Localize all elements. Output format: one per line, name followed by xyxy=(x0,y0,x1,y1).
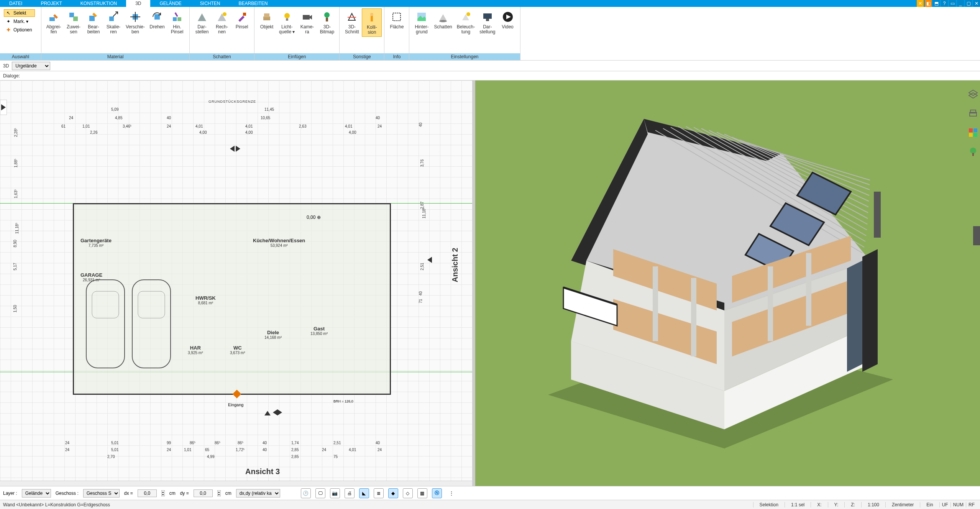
pinsel-button[interactable]: Pinsel xyxy=(232,8,252,31)
status-sel: 1:1 sel xyxy=(785,502,811,507)
kollision-button[interactable]: Kolli- sion xyxy=(362,8,382,37)
darstellen-label: Dar- stellen xyxy=(195,25,209,34)
camera-sm-icon[interactable]: 📷 xyxy=(330,488,340,498)
hintergrund-button[interactable]: Hinter- grund xyxy=(412,8,432,36)
grid-toggle[interactable]: ▦ xyxy=(417,488,427,498)
selekt-button[interactable]: ↖Selekt xyxy=(4,9,35,17)
lichtquelle-label: Licht- quelle ▾ xyxy=(279,25,295,34)
status-rf: RF xyxy=(966,502,977,507)
clock-icon[interactable]: 🕑 xyxy=(301,488,311,498)
view-mode-3[interactable]: ◆ xyxy=(388,488,398,498)
objekt-button[interactable]: Objekt xyxy=(257,8,277,31)
bitmap3d-button[interactable]: 3D- Bitmap xyxy=(317,8,337,36)
layers-icon[interactable] xyxy=(967,88,979,100)
optionen-button[interactable]: ✚Optionen xyxy=(4,26,35,34)
menu-datei[interactable]: DATEI xyxy=(0,0,31,7)
help-icon[interactable]: ? xyxy=(941,0,948,7)
tree-icon[interactable] xyxy=(967,146,979,158)
geschoss-combo[interactable]: Geschoss S xyxy=(83,489,120,498)
schatten2-button[interactable]: Schatten xyxy=(432,8,454,31)
skalieren-icon xyxy=(107,10,120,24)
dimension: 99 xyxy=(167,441,171,445)
plus-icon: ✚ xyxy=(7,27,12,33)
darstellen-button[interactable]: Dar- stellen xyxy=(192,8,212,36)
dx-spinner[interactable]: ▲▼ xyxy=(161,490,165,496)
view-3d-pane[interactable] xyxy=(475,80,980,486)
video-button[interactable]: Video xyxy=(498,8,518,31)
flaeche-button[interactable]: Fläche xyxy=(387,8,407,31)
mark-button[interactable]: ✦Mark. ▾ xyxy=(4,18,35,25)
flaeche-label: Fläche xyxy=(390,25,404,30)
dimension: 2,70 xyxy=(107,455,115,459)
room-gartengerte: Gartengeräte7,735 m² xyxy=(80,238,112,248)
section-marker-u xyxy=(264,411,271,415)
zuweisen-button[interactable]: Zuwei- sen xyxy=(64,8,84,36)
dy-input[interactable] xyxy=(194,489,213,497)
dimension: 24 xyxy=(167,448,171,452)
materials-icon[interactable] xyxy=(967,126,979,139)
abgreifen-button[interactable]: Abgrei- fen xyxy=(44,8,64,36)
kamera-button[interactable]: Kame- ra xyxy=(297,8,317,36)
dx-input[interactable] xyxy=(138,489,157,497)
dy-spinner[interactable]: ▲▼ xyxy=(217,490,221,496)
dimension: 24 xyxy=(65,448,69,452)
pane-splitter[interactable] xyxy=(472,80,475,486)
expand-left-tab[interactable] xyxy=(0,100,7,115)
scrollbar-2d[interactable] xyxy=(0,481,472,486)
view-mode-2[interactable]: ≣ xyxy=(374,488,384,498)
north-icon[interactable]: Ⓝ xyxy=(432,488,442,498)
close-button[interactable]: ✕ xyxy=(973,0,980,7)
hinpinsel-button[interactable]: Hin. Pinsel xyxy=(167,8,187,36)
side-panel-icons xyxy=(967,88,979,158)
print-icon[interactable]: 🖨 xyxy=(345,488,355,498)
tool-icon-4[interactable]: ▭ xyxy=(949,0,956,7)
cm-label-2: cm xyxy=(225,491,231,496)
more-icon[interactable]: ⋮ xyxy=(446,488,456,498)
menu-3d[interactable]: 3D xyxy=(126,0,150,7)
hintergrund-icon xyxy=(415,10,428,24)
menu-sichten[interactable]: SICHTEN xyxy=(191,0,230,7)
house-3d xyxy=(517,96,908,464)
layer-combo[interactable]: Gelände xyxy=(22,489,51,498)
tool-icon-3[interactable]: ⬒ xyxy=(933,0,940,7)
menu-bearbeiten[interactable]: BEARBEITEN xyxy=(230,0,277,7)
maximize-button[interactable]: ▢ xyxy=(965,0,972,7)
pinsel-label: Pinsel xyxy=(236,25,248,30)
room-har: HAR3,925 m² xyxy=(188,345,203,355)
rechnen-button[interactable]: Rech- nen xyxy=(212,8,232,36)
main-area: GRUNDSTÜCKSGRENZE GRUNDSTÜCKSGRENZE 5,09… xyxy=(0,80,980,486)
schnitt3d-button[interactable]: 3D- Schnitt xyxy=(342,8,362,36)
view-mode-4[interactable]: ◇ xyxy=(403,488,413,498)
svg-rect-0 xyxy=(49,17,55,21)
screen-icon[interactable]: 🖵 xyxy=(315,488,325,498)
schnitt3d-label: 3D- Schnitt xyxy=(345,25,359,34)
darstellung-button[interactable]: Dar- stellung xyxy=(477,8,497,36)
menu-gelaende[interactable]: GELÄNDE xyxy=(150,0,190,7)
lichtquelle-button[interactable]: Licht- quelle ▾ xyxy=(277,8,297,36)
tool-icon-2[interactable]: ◧ xyxy=(925,0,932,7)
furniture-icon[interactable] xyxy=(967,107,979,120)
side-expand-tab[interactable] xyxy=(973,226,980,245)
sub-toolbar: 3D Urgelände xyxy=(0,61,980,71)
beleuchtung-button[interactable]: Beleuch- tung xyxy=(455,8,477,36)
coord-mode-combo[interactable]: dx,dy (relativ ka xyxy=(236,489,280,498)
minimize-button[interactable]: _ xyxy=(957,0,964,7)
ansicht-3-label: Ansicht 3 xyxy=(245,467,280,476)
svg-rect-30 xyxy=(92,291,119,318)
view-mode-1[interactable]: ◣ xyxy=(359,488,369,498)
plan-2d-pane[interactable]: GRUNDSTÜCKSGRENZE GRUNDSTÜCKSGRENZE 5,09… xyxy=(0,80,472,486)
status-unit: Zentimeter xyxy=(885,502,920,507)
objekt-icon xyxy=(260,10,274,24)
menu-projekt[interactable]: PROJEKT xyxy=(31,0,71,7)
menu-konstruktion[interactable]: KONSTRUKTION xyxy=(71,0,126,7)
tool-icon-1[interactable]: ✕ xyxy=(917,0,924,7)
bearbeiten-button[interactable]: Bear- beiten xyxy=(84,8,103,36)
skalieren-button[interactable]: Skalie- ren xyxy=(103,8,123,36)
terrain-combo[interactable]: Urgelände xyxy=(12,62,50,70)
schnitt3d-icon xyxy=(345,10,359,24)
drehen-button[interactable]: Drehen xyxy=(147,8,167,31)
verschieben-button[interactable]: Verschie- ben xyxy=(123,8,147,36)
dimension: 40 xyxy=(376,116,380,120)
dimension: 2,85 xyxy=(291,455,299,459)
mode-label: 3D xyxy=(3,63,9,69)
